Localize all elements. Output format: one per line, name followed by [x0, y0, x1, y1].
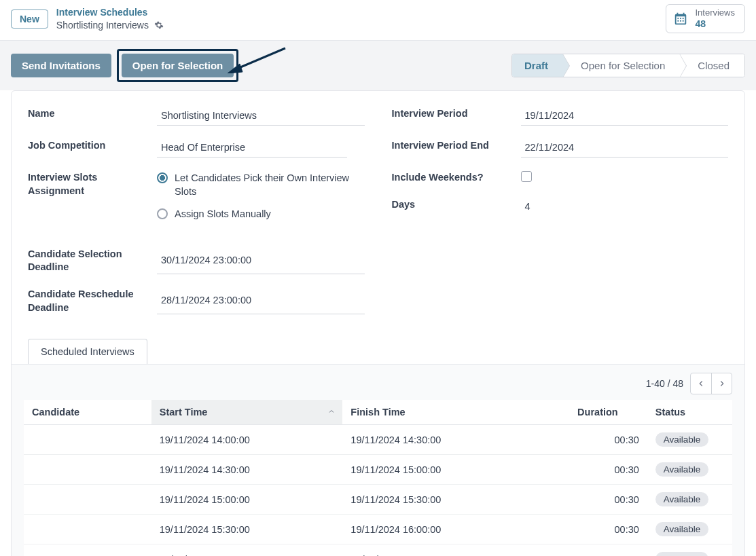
stage-closed[interactable]: Closed	[680, 54, 744, 77]
radio-icon	[157, 172, 168, 183]
radio-assign-manually[interactable]: Assign Slots Manually	[157, 207, 365, 221]
tab-scheduled-interviews[interactable]: Scheduled Interviews	[28, 339, 147, 364]
label-selection-deadline: Candidate Selection Deadline	[28, 248, 150, 274]
stat-label: Interviews	[695, 8, 735, 18]
breadcrumb-link[interactable]: Interview Schedules	[56, 6, 164, 18]
job-competition-field[interactable]	[157, 139, 347, 157]
cell-finish: 19/11/2024 15:00:00	[342, 455, 569, 485]
gear-icon[interactable]	[154, 20, 164, 30]
slots-assignment-group: Let Candidates Pick their Own Interview …	[157, 171, 365, 221]
tab-row: Scheduled Interviews	[28, 339, 728, 364]
pager-next[interactable]	[711, 373, 732, 394]
col-finish-time[interactable]: Finish Time	[342, 400, 569, 425]
cell-status: Available	[647, 515, 732, 544]
stage-draft[interactable]: Draft	[512, 54, 563, 77]
cell-finish: 19/11/2024 14:30:00	[342, 425, 569, 455]
cell-duration: 00:30	[569, 515, 647, 544]
annotation-highlight: Open for Selection	[117, 49, 238, 82]
table-row[interactable]: 19/11/2024 14:00:0019/11/2024 14:30:0000…	[24, 425, 732, 455]
action-bar: Send Invitations Open for Selection Draf…	[0, 41, 756, 90]
open-for-selection-button[interactable]: Open for Selection	[122, 54, 234, 77]
radio-candidates-pick[interactable]: Let Candidates Pick their Own Interview …	[157, 171, 365, 199]
include-weekends-checkbox[interactable]	[521, 171, 532, 182]
cell-duration: 00:30	[569, 485, 647, 515]
cell-start: 19/11/2024 15:30:00	[151, 515, 343, 544]
table-section: 1-40 / 48 Candidate Start Time	[12, 364, 744, 556]
label-interview-period: Interview Period	[392, 107, 514, 126]
cell-duration: 00:30	[569, 425, 647, 455]
interviews-table: Candidate Start Time Finish Time Duratio…	[24, 400, 732, 556]
days-value: 4	[521, 198, 729, 216]
table-row[interactable]: 19/11/2024 15:30:0019/11/2024 16:00:0000…	[24, 515, 732, 544]
label-name: Name	[28, 107, 150, 126]
cell-candidate	[24, 485, 151, 515]
status-badge: Available	[655, 552, 709, 556]
cell-duration: 00:30	[569, 455, 647, 485]
col-start-time[interactable]: Start Time	[151, 400, 343, 425]
stat-value: 48	[695, 18, 735, 29]
cell-duration: 00:30	[569, 544, 647, 556]
interview-period-field[interactable]	[521, 107, 729, 126]
cell-finish: 19/11/2024 16:30:00	[342, 544, 569, 556]
new-button[interactable]: New	[11, 10, 48, 29]
cell-start: 19/11/2024 14:30:00	[151, 455, 343, 485]
status-badge: Available	[655, 462, 709, 477]
cell-status: Available	[647, 544, 732, 556]
label-job-competition: Job Competition	[28, 139, 150, 157]
cell-start: 19/11/2024 14:00:00	[151, 425, 343, 455]
sort-asc-icon	[327, 407, 336, 418]
name-field[interactable]	[157, 107, 365, 126]
label-include-weekends: Include Weekends?	[392, 171, 514, 185]
label-interview-period-end: Interview Period End	[392, 139, 514, 157]
breadcrumb: Interview Schedules Shortlisting Intervi…	[56, 6, 164, 31]
send-invitations-button[interactable]: Send Invitations	[11, 54, 111, 77]
calendar-icon	[673, 12, 688, 26]
radio-icon	[157, 208, 168, 219]
cell-candidate	[24, 455, 151, 485]
table-row[interactable]: 19/11/2024 15:00:0019/11/2024 15:30:0000…	[24, 485, 732, 515]
label-days: Days	[392, 198, 514, 216]
pager-info: 1-40 / 48	[646, 378, 683, 389]
label-slots-assignment: Interview Slots Assignment	[28, 171, 150, 221]
cell-finish: 19/11/2024 15:30:00	[342, 485, 569, 515]
col-candidate[interactable]: Candidate	[24, 400, 151, 425]
stage-open-for-selection[interactable]: Open for Selection	[563, 54, 680, 77]
cell-candidate	[24, 544, 151, 556]
table-row[interactable]: 19/11/2024 16:00:0019/11/2024 16:30:0000…	[24, 544, 732, 556]
reschedule-deadline-field[interactable]	[157, 288, 365, 314]
cell-finish: 19/11/2024 16:00:00	[342, 515, 569, 544]
top-bar: New Interview Schedules Shortlisting Int…	[0, 0, 756, 41]
status-badge: Available	[655, 432, 709, 447]
status-pipeline: Draft Open for Selection Closed	[511, 54, 745, 77]
status-badge: Available	[655, 522, 709, 536]
pager-prev[interactable]	[691, 373, 711, 394]
col-duration[interactable]: Duration	[569, 400, 647, 425]
status-badge: Available	[655, 492, 709, 506]
cell-status: Available	[647, 485, 732, 515]
stat-interviews[interactable]: Interviews 48	[666, 4, 745, 33]
interview-period-end-field[interactable]	[521, 139, 729, 157]
cell-status: Available	[647, 425, 732, 455]
cell-candidate	[24, 515, 151, 544]
cell-status: Available	[647, 455, 732, 485]
selection-deadline-field[interactable]	[157, 248, 365, 274]
label-reschedule-deadline: Candidate Reschedule Deadline	[28, 288, 150, 314]
form-card: Name Job Competition Interview Slots Ass…	[11, 90, 745, 556]
cell-start: 19/11/2024 16:00:00	[151, 544, 343, 556]
breadcrumb-title: Shortlisting Interviews	[56, 19, 149, 31]
cell-candidate	[24, 425, 151, 455]
col-status[interactable]: Status	[647, 400, 732, 425]
cell-start: 19/11/2024 15:00:00	[151, 485, 343, 515]
table-row[interactable]: 19/11/2024 14:30:0019/11/2024 15:00:0000…	[24, 455, 732, 485]
